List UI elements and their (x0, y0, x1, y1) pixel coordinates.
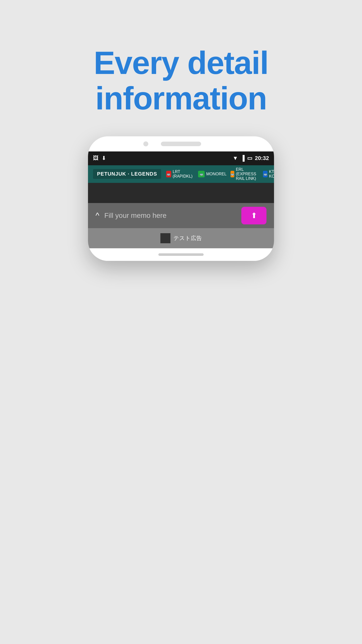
wifi-icon: ▼ (233, 155, 238, 162)
headline-text: Every detail information (94, 45, 268, 116)
status-right-icons: ▼ ▐ ▭ 20:32 (233, 155, 269, 162)
ktm-label: KTM KOMUT (269, 170, 274, 179)
erl-icon: 🚌 (231, 171, 234, 177)
lrt-label: LRT (RAPIDKL) (173, 170, 194, 179)
monorel-icon: 🚌 (198, 171, 205, 177)
ad-bar: テスト広告 (88, 228, 274, 248)
share-icon: ⬆ (251, 211, 257, 220)
legend-item-monorel: 🚌 MONOREL (198, 171, 227, 177)
legend-item-erl: 🚌 ERL (EXPRESS RAIL LINK) (231, 167, 259, 181)
phone-camera (143, 141, 148, 146)
monorel-label: MONOREL (206, 172, 227, 176)
battery-icon: ▭ (247, 155, 252, 162)
legend-item-ktm: 🚌 KTM KOMUT (263, 170, 274, 179)
headline-section: Every detail information (94, 45, 268, 116)
legend-item-lrt: 🚌 LRT (RAPIDKL) (166, 170, 194, 179)
clock: 20:32 (255, 155, 269, 162)
memo-placeholder-text[interactable]: Fill your memo here (104, 212, 236, 220)
legend-title: PETUNJUK · LEGENDS (93, 169, 161, 179)
signal-icon: ▐ (241, 155, 245, 162)
home-indicator (158, 253, 204, 256)
page-background: Every detail information 🖼 ⬇ ▼ ▐ ▭ 20:32 (0, 0, 362, 644)
phone-speaker (161, 142, 201, 146)
download-icon: ⬇ (102, 155, 106, 162)
legend-items: 🚌 LRT (RAPIDKL) 🚌 MONOREL 🚌 ERL (EXPRESS… (166, 167, 274, 181)
lrt-icon: 🚌 (166, 171, 171, 177)
share-button[interactable]: ⬆ (241, 207, 266, 224)
headline-line1: Every detail (94, 45, 268, 81)
headline-line2: information (94, 81, 268, 116)
status-left-icons: 🖼 ⬇ (93, 155, 106, 162)
ktm-icon: 🚌 (263, 171, 267, 177)
ad-icon (160, 233, 170, 243)
ad-text: テスト広告 (173, 234, 202, 242)
legend-bar: PETUNJUK · LEGENDS 🚌 LRT (RAPIDKL) 🚌 MON… (88, 165, 274, 183)
erl-label: ERL (EXPRESS RAIL LINK) (236, 167, 259, 181)
image-icon: 🖼 (93, 155, 99, 162)
phone-top-bar (88, 136, 274, 151)
phone-mockup: 🖼 ⬇ ▼ ▐ ▭ 20:32 (88, 136, 274, 261)
phone-bottom-bar (88, 248, 274, 261)
memo-chevron-icon[interactable]: ^ (96, 211, 99, 220)
status-bar: 🖼 ⬇ ▼ ▐ ▭ 20:32 (88, 151, 274, 165)
memo-bar[interactable]: ^ Fill your memo here ⬆ (88, 203, 274, 228)
bottom-dark-bar (88, 183, 274, 203)
